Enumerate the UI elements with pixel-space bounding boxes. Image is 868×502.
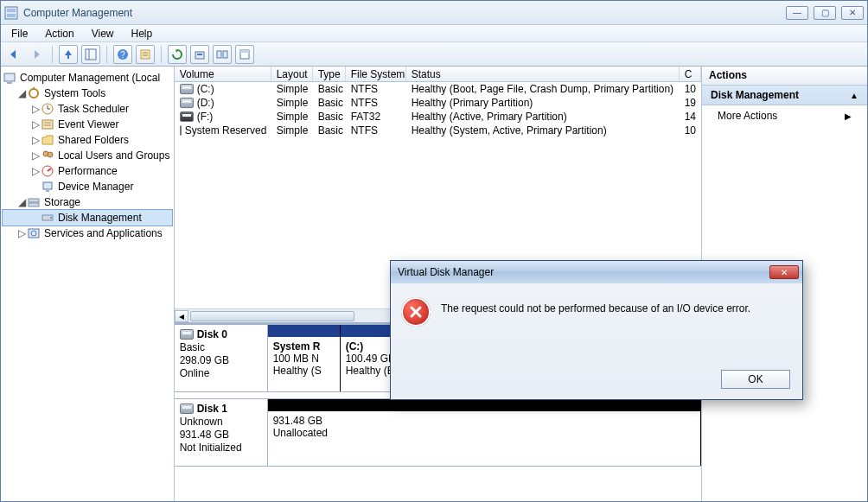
menubar: File Action View Help [1, 25, 867, 42]
disk1-unallocated[interactable]: 931.48 GB Unallocated [268, 399, 701, 466]
help-button[interactable]: ? [113, 45, 132, 64]
up-button[interactable] [59, 45, 78, 64]
volume-row[interactable]: (F:) Simple Basic FAT32 Healthy (Active,… [175, 110, 701, 124]
tree-shared-folders-label: Shared Folders [58, 134, 129, 146]
dialog-title: Virtual Disk Manager [398, 266, 494, 278]
actions-header: Actions [702, 67, 867, 86]
tree-storage-label: Storage [44, 196, 80, 208]
col-type[interactable]: Type [313, 67, 346, 81]
svg-rect-15 [240, 50, 249, 53]
chevron-right-icon: ▶ [845, 111, 852, 121]
tree-services-label: Services and Applications [44, 227, 163, 239]
disk-icon [180, 329, 194, 340]
disk0-part-system-reserved[interactable]: System R 100 MB N Healthy (S [268, 325, 341, 391]
svg-rect-12 [217, 51, 221, 58]
svg-rect-7 [141, 50, 150, 59]
toolbar: ? [1, 42, 867, 67]
svg-rect-1 [7, 9, 16, 12]
svg-rect-16 [4, 73, 15, 81]
virtual-disk-manager-dialog[interactable]: Virtual Disk Manager ✕ The request could… [390, 260, 803, 400]
tree-event-viewer[interactable]: ▷ Event Viewer [3, 117, 172, 132]
actions-group-disk-management[interactable]: Disk Management ▲ [702, 86, 867, 105]
disk1-name: Disk 1 [197, 403, 227, 415]
ok-button[interactable]: OK [721, 370, 790, 389]
scroll-thumb[interactable] [190, 311, 354, 321]
svg-rect-31 [46, 190, 49, 192]
col-c[interactable]: C [680, 67, 701, 81]
svg-rect-17 [7, 82, 12, 84]
window-buttons: — ▢ ✕ [786, 6, 864, 20]
toolbar-6[interactable] [213, 45, 232, 64]
tree-disk-management[interactable]: Disk Management [3, 210, 172, 226]
tree-task-scheduler[interactable]: ▷ Task Scheduler [3, 101, 172, 117]
dialog-close-button[interactable]: ✕ [769, 265, 799, 279]
svg-rect-32 [29, 199, 39, 202]
tree-local-users[interactable]: ▷ Local Users and Groups [3, 148, 172, 163]
volume-columns-header[interactable]: Volume Layout Type File System Status C [175, 67, 701, 82]
computer-management-window: Computer Management — ▢ ✕ File Action Vi… [0, 0, 868, 502]
tree-system-tools[interactable]: ◢ System Tools [3, 86, 172, 101]
properties-button[interactable] [136, 45, 155, 64]
tree-device-manager-label: Device Manager [58, 181, 133, 193]
col-fs[interactable]: File System [346, 67, 406, 81]
disk0-type: Basic [180, 341, 262, 353]
col-layout[interactable]: Layout [271, 67, 313, 81]
disk0-header: Disk 0 Basic 298.09 GB Online [175, 325, 268, 391]
show-hide-console-button[interactable] [81, 45, 100, 64]
action-more-actions[interactable]: More Actions ▶ [702, 105, 867, 126]
titlebar[interactable]: Computer Management — ▢ ✕ [1, 1, 867, 25]
volume-row[interactable]: (C:) Simple Basic NTFS Healthy (Boot, Pa… [175, 82, 701, 96]
menu-view[interactable]: View [85, 26, 121, 41]
menu-file[interactable]: File [4, 26, 35, 41]
tree-event-viewer-label: Event Viewer [58, 118, 118, 130]
minimize-button[interactable]: — [786, 6, 808, 20]
forward-button[interactable] [27, 45, 46, 64]
svg-rect-11 [197, 54, 202, 55]
tree-local-users-label: Local Users and Groups [58, 149, 169, 162]
svg-rect-33 [29, 203, 39, 207]
refresh-button[interactable] [168, 45, 187, 64]
tree-shared-folders[interactable]: ▷ Shared Folders [3, 132, 172, 148]
window-title: Computer Management [23, 7, 786, 19]
tree-services[interactable]: ▷ Services and Applications [3, 226, 172, 241]
disk1-type: Unknown [180, 416, 262, 428]
svg-point-18 [29, 89, 38, 98]
svg-rect-2 [7, 14, 16, 17]
svg-rect-19 [33, 87, 35, 90]
svg-text:?: ? [120, 50, 125, 60]
error-icon [401, 297, 431, 327]
menu-help[interactable]: Help [124, 26, 160, 41]
maximize-button[interactable]: ▢ [814, 6, 836, 20]
svg-rect-23 [42, 120, 53, 129]
tree-storage[interactable]: ◢ Storage [3, 194, 172, 210]
tree-system-tools-label: System Tools [44, 87, 105, 99]
dialog-titlebar[interactable]: Virtual Disk Manager ✕ [391, 261, 802, 283]
tree-task-scheduler-label: Task Scheduler [58, 103, 129, 115]
collapse-icon: ▲ [850, 91, 858, 100]
tree-performance-label: Performance [58, 165, 118, 177]
tree-disk-management-label: Disk Management [58, 212, 142, 224]
toolbar-5[interactable] [190, 45, 209, 64]
scroll-left-button[interactable]: ◂ [175, 310, 188, 322]
tree-device-manager[interactable]: Device Manager [3, 179, 172, 194]
disk0-name: Disk 0 [197, 328, 227, 340]
volume-icon [180, 98, 194, 108]
close-button[interactable]: ✕ [841, 6, 864, 20]
back-button[interactable] [4, 45, 23, 64]
tree-performance[interactable]: ▷ Performance [3, 163, 172, 179]
app-icon [4, 6, 18, 20]
disk0-status: Online [180, 367, 262, 379]
menu-action[interactable]: Action [38, 26, 80, 41]
disk1-row[interactable]: Disk 1 Unknown 931.48 GB Not Initialized… [175, 399, 701, 467]
toolbar-7[interactable] [235, 45, 254, 64]
col-status[interactable]: Status [406, 67, 680, 81]
disk1-status: Not Initialized [180, 442, 262, 454]
tree-root[interactable]: Computer Management (Local [3, 70, 172, 86]
svg-point-27 [48, 152, 53, 157]
disk0-size: 298.09 GB [180, 354, 262, 366]
svg-rect-13 [223, 51, 227, 58]
volume-icon [180, 84, 194, 94]
volume-row[interactable]: System Reserved Simple Basic NTFS Health… [175, 124, 701, 137]
col-volume[interactable]: Volume [175, 67, 271, 81]
volume-row[interactable]: (D:) Simple Basic NTFS Healthy (Primary … [175, 96, 701, 110]
